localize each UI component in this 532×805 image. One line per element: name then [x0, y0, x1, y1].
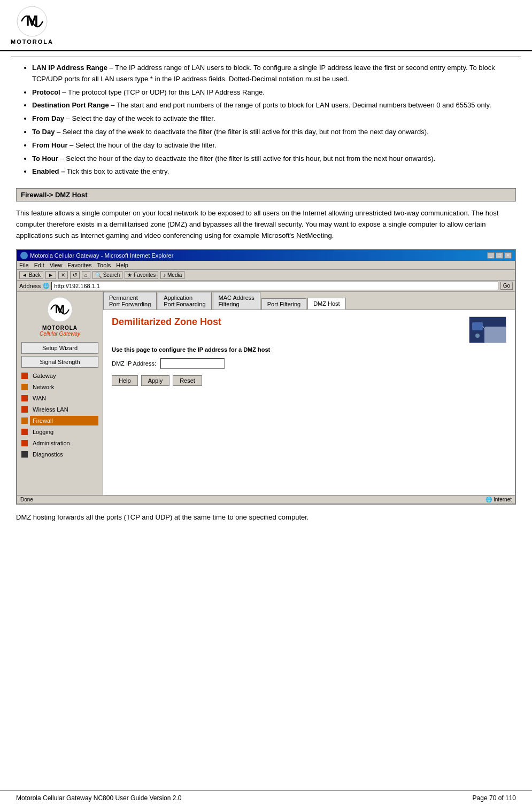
nav-label-diagnostics: Diagnostics	[30, 450, 98, 459]
sidebar-item-wan[interactable]: WAN	[21, 393, 98, 403]
dmz-title-row: Demilitarized Zone Host	[112, 316, 506, 343]
footer-right: Page 70 of 110	[473, 794, 516, 802]
dmz-image	[469, 316, 506, 343]
browser-statusbar: Done 🌐 Internet	[17, 495, 515, 504]
nav-label-logging: Logging	[30, 427, 98, 437]
svg-point-8	[475, 334, 480, 338]
nav-label-network: Network	[30, 382, 98, 392]
nav-color-administration	[21, 440, 28, 446]
bullet-label-2: Destination Port Range	[32, 101, 109, 109]
sidebar-item-administration[interactable]: Administration	[21, 438, 98, 448]
logo-container: M MOTOROLA	[11, 5, 53, 45]
address-input[interactable]	[51, 282, 498, 290]
nav-label-firewall: Firewall	[30, 416, 98, 425]
sidebar-item-diagnostics[interactable]: Diagnostics	[21, 450, 98, 459]
sidebar-logo: M MOTOROLA Cellular Gateway	[21, 296, 98, 337]
minimize-button[interactable]: _	[487, 252, 495, 259]
tab-dmz-host[interactable]: DMZ Host	[307, 298, 346, 309]
nav-label-wireless-lan: Wireless LAN	[30, 405, 98, 414]
menu-edit[interactable]: Edit	[34, 262, 44, 268]
sidebar-item-gateway[interactable]: Gateway	[21, 371, 98, 381]
bullet-label-5: From Hour	[32, 141, 67, 149]
tab-application-port-forwarding[interactable]: ApplicationPort Forwarding	[158, 292, 211, 309]
nav-color-firewall	[21, 417, 28, 424]
reset-button[interactable]: Reset	[173, 375, 202, 386]
nav-color-network	[21, 384, 28, 390]
browser-window: Motorola Cellular Gateway - Microsoft In…	[16, 249, 516, 505]
menu-file[interactable]: File	[19, 262, 29, 268]
address-icon: 🌐	[43, 283, 49, 289]
browser-title-left: Motorola Cellular Gateway - Microsoft In…	[20, 252, 173, 259]
status-text: Done	[20, 497, 33, 502]
bullet-label-4: To Day	[32, 128, 55, 136]
description-paragraph: This feature allows a single computer on…	[16, 208, 516, 241]
menu-tools[interactable]: Tools	[97, 262, 111, 268]
browser-titlebar-icon	[20, 252, 28, 259]
setup-wizard-button[interactable]: Setup Wizard	[21, 342, 98, 354]
maximize-button[interactable]: □	[496, 252, 503, 259]
signal-strength-button[interactable]: Signal Strength	[21, 356, 98, 368]
dmz-subtitle: Use this page to configure the IP addres…	[112, 346, 506, 353]
browser-title-text: Motorola Cellular Gateway - Microsoft In…	[30, 252, 173, 259]
bullet-label-1: Protocol	[32, 88, 60, 96]
menu-help[interactable]: Help	[116, 262, 128, 268]
stop-button[interactable]: ✕	[58, 271, 68, 279]
nav-label-gateway: Gateway	[30, 371, 98, 381]
bullet-label-0: LAN IP Address Range	[32, 64, 107, 72]
media-button[interactable]: ♪ Media	[160, 271, 184, 279]
svg-rect-6	[472, 322, 483, 330]
nav-label-administration: Administration	[30, 438, 98, 448]
dmz-ip-form-row: DMZ IP Address:	[112, 358, 506, 369]
back-button[interactable]: ◄ Back	[19, 271, 43, 279]
search-button[interactable]: 🔍 Search	[92, 271, 122, 279]
list-item: To Day – Select the day of the week to d…	[32, 127, 516, 138]
dmz-button-row: Help Apply Reset	[112, 375, 506, 386]
svg-rect-5	[485, 328, 502, 338]
nav-color-logging	[21, 429, 28, 435]
internet-icon: 🌐	[485, 497, 492, 502]
footer-paragraph: DMZ hosting forwards all the ports (TCP …	[16, 513, 516, 521]
dmz-ip-input[interactable]	[160, 358, 225, 369]
bullet-list: LAN IP Address Range – The IP address ra…	[16, 63, 516, 177]
motorola-logo-icon: M	[16, 5, 48, 37]
dmz-ip-label: DMZ IP Address:	[112, 360, 156, 367]
nav-color-wan	[21, 395, 28, 401]
apply-button[interactable]: Apply	[141, 375, 170, 386]
menu-view[interactable]: View	[50, 262, 63, 268]
address-label: Address	[19, 283, 41, 289]
browser-titlebar: Motorola Cellular Gateway - Microsoft In…	[17, 250, 515, 261]
bullet-label-7: Enabled –	[32, 167, 65, 175]
motorola-brand-text: MOTOROLA	[11, 38, 53, 45]
list-item: LAN IP Address Range – The IP address ra…	[32, 63, 516, 85]
go-button[interactable]: Go	[500, 282, 513, 290]
bullet-label-3: From Day	[32, 114, 64, 122]
list-item: From Hour – Select the hour of the day t…	[32, 140, 516, 151]
dmz-title: Demilitarized Zone Host	[112, 316, 221, 328]
menu-favorites[interactable]: Favorites	[67, 262, 91, 268]
sidebar-subtitle-text: Cellular Gateway	[21, 331, 98, 337]
section-header: Firewall-> DMZ Host	[16, 188, 516, 202]
tab-mac-address-filtering[interactable]: MAC AddressFiltering	[213, 292, 260, 309]
help-button[interactable]: Help	[112, 375, 138, 386]
main-content: LAN IP Address Range – The IP address ra…	[0, 57, 532, 537]
favorites-button[interactable]: ★ Favorites	[125, 271, 158, 279]
sidebar-item-network[interactable]: Network	[21, 382, 98, 392]
address-bar: Address 🌐 Go	[17, 281, 515, 292]
tab-row: PermanentPort Forwarding ApplicationPort…	[103, 292, 515, 310]
forward-button[interactable]: ►	[45, 271, 56, 279]
sidebar-item-logging[interactable]: Logging	[21, 427, 98, 437]
status-zone: 🌐 Internet	[485, 497, 512, 502]
sidebar-item-firewall[interactable]: Firewall	[21, 416, 98, 425]
bullet-label-6: To Hour	[32, 154, 58, 162]
list-item: Enabled – Tick this box to activate the …	[32, 166, 516, 177]
home-button[interactable]: ⌂	[82, 271, 90, 279]
sidebar-brand-text: MOTOROLA	[21, 325, 98, 331]
dmz-content: Demilitarized Zone Host Use this page	[103, 310, 515, 392]
browser-controls[interactable]: _ □ ×	[487, 252, 512, 259]
sidebar-item-wireless-lan[interactable]: Wireless LAN	[21, 405, 98, 414]
tab-permanent-port-forwarding[interactable]: PermanentPort Forwarding	[103, 292, 157, 309]
tab-port-filtering[interactable]: Port Filtering	[261, 298, 306, 309]
refresh-button[interactable]: ↺	[70, 271, 80, 279]
sidebar-motorola-icon: M	[47, 296, 73, 323]
close-button[interactable]: ×	[504, 252, 512, 259]
